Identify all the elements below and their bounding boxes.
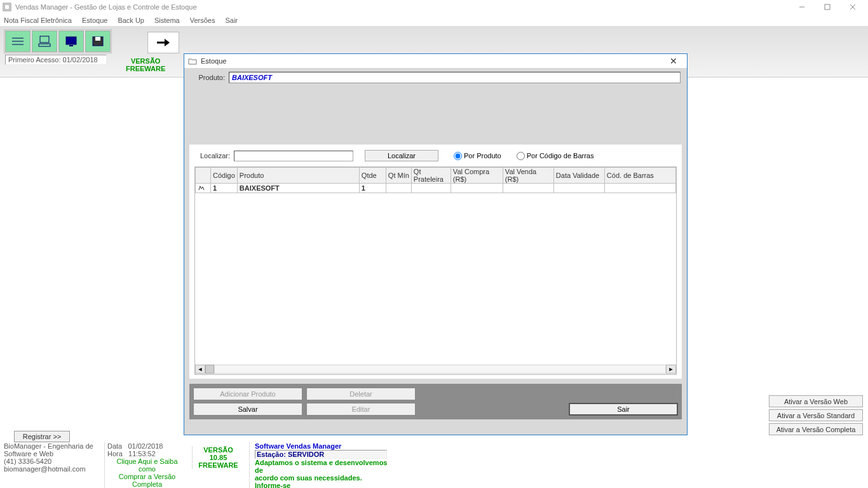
dialog-button-bar: Adicionar Produto Salvar Deletar Editar … — [189, 384, 682, 419]
deletar-label: Deletar — [349, 390, 372, 398]
window-title-bar: Vendas Manager - Gestão de Lojas e Contr… — [0, 0, 868, 14]
ativar-standard-button[interactable]: Ativar a Versão Standard — [769, 409, 863, 421]
row-indicator-icon — [196, 184, 211, 193]
cell-produto[interactable]: BAIXESOFT — [237, 184, 359, 193]
version-line-2: FREEWARE — [126, 65, 165, 72]
col-produto[interactable]: Produto — [237, 168, 359, 184]
col-datavalid[interactable]: Data Validade — [553, 168, 604, 184]
ativar-web-button[interactable]: Ativar a Versão Web — [769, 395, 863, 407]
col-valcompra[interactable]: Val Compra (R$) — [451, 168, 503, 184]
toolbar-monitor-icon[interactable] — [58, 30, 84, 52]
salvar-label: Salvar — [238, 405, 257, 413]
produto-value: BAIXESOFT — [232, 74, 272, 81]
dialog-close-button[interactable]: ✕ — [664, 56, 683, 66]
ativar-standard-label: Ativar a Versão Standard — [777, 412, 855, 419]
cell-codbarras[interactable] — [604, 184, 675, 193]
col-valvenda[interactable]: Val Venda (R$) — [503, 168, 553, 184]
first-access-field: Primeiro Acesso: 01/02/2018 — [5, 55, 107, 65]
deletar-button[interactable]: Deletar — [306, 388, 416, 400]
ativar-completa-button[interactable]: Ativar a Versão Completa — [769, 423, 863, 435]
sair-label: Sair — [617, 405, 630, 413]
footer-software-col: Software Vendas Manager Estação: SERVIDO… — [249, 442, 390, 488]
radio-por-codigo[interactable]: Por Código de Barras — [517, 152, 594, 160]
scroll-thumb[interactable] — [205, 365, 214, 374]
grid-header-row: Código Produto Qtde Qt Mín Qt Prateleira… — [196, 168, 676, 184]
localizar-button[interactable]: Localizar — [365, 150, 438, 161]
radio-por-codigo-input[interactable] — [517, 152, 525, 160]
dialog-title-bar: Estoque ✕ — [184, 54, 687, 68]
footer-buy-link-l3[interactable]: Completa — [107, 480, 187, 488]
col-indicator — [196, 168, 211, 184]
svg-rect-9 — [40, 36, 49, 43]
dialog-title: Estoque — [201, 57, 664, 65]
footer-version-l2: 10.85 — [195, 454, 241, 461]
localizar-label: Localizar: — [194, 152, 230, 159]
sair-button[interactable]: Sair — [569, 403, 678, 416]
minimize-button[interactable] — [789, 1, 815, 13]
adicionar-produto-button[interactable]: Adicionar Produto — [193, 388, 302, 400]
toolbar-pc-icon[interactable] — [32, 30, 57, 52]
menu-versoes[interactable]: Versões — [190, 17, 215, 24]
scroll-left-icon[interactable]: ◄ — [195, 365, 205, 374]
col-qtprat[interactable]: Qt Prateleira — [411, 168, 451, 184]
col-qtde[interactable]: Qtde — [359, 168, 386, 184]
svg-rect-1 — [4, 4, 10, 10]
radio-por-produto-label: Por Produto — [464, 152, 501, 159]
editar-label: Editar — [352, 405, 370, 413]
svg-rect-3 — [825, 4, 830, 10]
arrow-right-button[interactable] — [147, 32, 179, 53]
cell-valvenda[interactable] — [503, 184, 553, 193]
horizontal-scrollbar[interactable]: ◄ ► — [195, 364, 676, 374]
cell-datavalid[interactable] — [553, 184, 604, 193]
menu-estoque[interactable]: Estoque — [82, 17, 107, 24]
folder-icon — [188, 57, 197, 65]
adicionar-produto-label: Adicionar Produto — [220, 390, 275, 398]
footer-buy-link-l2[interactable]: Comprar a Versão — [107, 473, 187, 480]
radio-por-produto-input[interactable] — [454, 152, 462, 160]
search-section: Localizar: Localizar Por Produto Por Cód… — [189, 144, 682, 379]
footer-software-header: Software Vendas Manager — [255, 442, 390, 450]
registrar-label: Registrar >> — [23, 433, 62, 440]
menu-backup[interactable]: Back Up — [118, 17, 144, 24]
close-button[interactable] — [840, 1, 865, 13]
registrar-button[interactable]: Registrar >> — [14, 431, 70, 442]
menu-sair[interactable]: Sair — [225, 17, 238, 24]
footer-datetime-col: Data 01/02/2018 Hora 11:53:52 Clique Aqu… — [104, 442, 187, 488]
toolbar-disk-icon[interactable] — [85, 30, 111, 52]
cell-qtprat[interactable] — [411, 184, 451, 193]
ativar-web-label: Ativar a Versão Web — [784, 398, 848, 405]
maximize-button[interactable] — [815, 1, 840, 13]
first-access-text: Primeiro Acesso: 01/02/2018 — [8, 56, 98, 64]
cell-qtde[interactable]: 1 — [359, 184, 386, 193]
scroll-track[interactable] — [214, 365, 666, 374]
grid-row[interactable]: 1 BAIXESOFT 1 — [196, 184, 676, 193]
footer-hora-val: 11:53:52 — [128, 450, 156, 458]
produto-field[interactable]: BAIXESOFT — [229, 72, 681, 83]
menu-nota-fiscal[interactable]: Nota Fiscal Eletrônica — [4, 17, 72, 24]
editar-button[interactable]: Editar — [306, 403, 416, 416]
footer-version-l3: FREEWARE — [195, 461, 241, 469]
col-qtmin[interactable]: Qt Mín — [386, 168, 411, 184]
toolbar-list-icon[interactable] — [5, 30, 31, 52]
localizar-input[interactable] — [234, 151, 353, 161]
col-codbarras[interactable]: Cód. de Barras — [604, 168, 675, 184]
footer-email: biomanager@hotmail.com — [4, 465, 99, 473]
radio-por-codigo-label: Por Código de Barras — [527, 152, 594, 159]
radio-por-produto[interactable]: Por Produto — [454, 152, 501, 160]
footer-company-l2: Software e Web — [4, 450, 99, 458]
version-line-1: VERSÃO — [126, 57, 165, 65]
cell-codigo[interactable]: 1 — [211, 184, 238, 193]
salvar-button[interactable]: Salvar — [193, 403, 302, 416]
menu-sistema[interactable]: Sistema — [154, 17, 180, 24]
col-codigo[interactable]: Código — [211, 168, 238, 184]
footer-buy-link-l1[interactable]: Clique Aqui e Saiba como — [107, 458, 187, 473]
version-label: VERSÃO FREEWARE — [126, 57, 165, 72]
scroll-right-icon[interactable]: ► — [666, 365, 676, 374]
cell-qtmin[interactable] — [386, 184, 411, 193]
estoque-grid: Código Produto Qtde Qt Mín Qt Prateleira… — [194, 166, 677, 375]
dialog-top-section: Produto: BAIXESOFT — [184, 68, 687, 83]
produto-label: Produto: — [191, 74, 229, 81]
cell-valcompra[interactable] — [451, 184, 503, 193]
footer-desc-l1: Adaptamos o sistema e desenvolvemos de — [255, 459, 390, 474]
footer-hora-lbl: Hora — [107, 450, 123, 458]
